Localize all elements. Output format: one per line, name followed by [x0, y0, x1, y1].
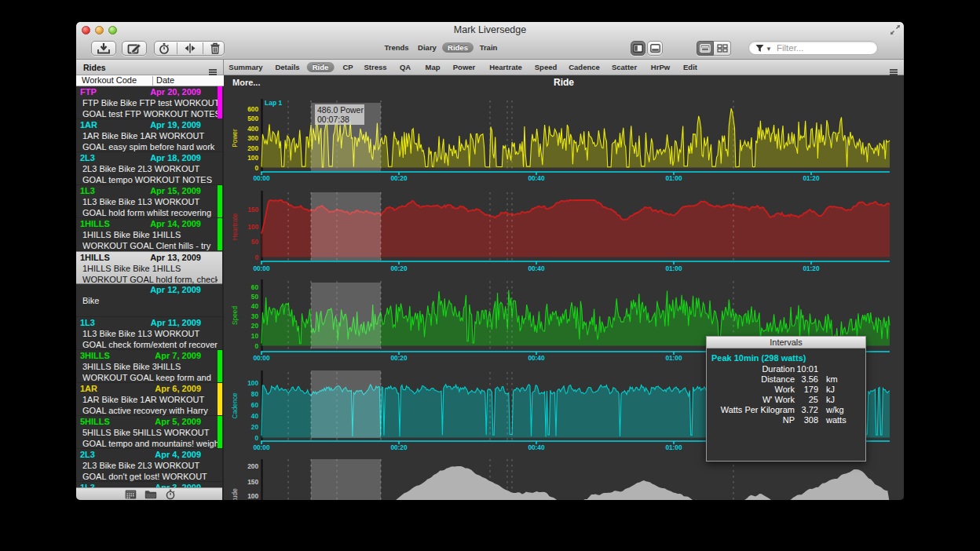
svg-text:300: 300 [247, 134, 258, 142]
svg-text:0: 0 [254, 434, 258, 442]
svg-text:150: 150 [247, 206, 258, 213]
svg-text:50: 50 [251, 238, 259, 246]
svg-text:01:00: 01:00 [665, 265, 682, 272]
svg-text:100: 100 [247, 379, 258, 387]
svg-text:Heartrate: Heartrate [231, 213, 239, 240]
svg-text:500: 500 [247, 115, 258, 122]
svg-text:40: 40 [251, 302, 259, 310]
svg-text:100: 100 [247, 492, 258, 500]
svg-text:Power: Power [231, 129, 239, 148]
svg-text:00:00: 00:00 [253, 174, 270, 182]
svg-text:00:40: 00:40 [528, 265, 545, 272]
svg-text:00:00: 00:00 [253, 265, 270, 272]
svg-text:01:20: 01:20 [803, 174, 820, 182]
svg-text:Lap 1: Lap 1 [265, 99, 282, 107]
svg-text:200: 200 [247, 462, 258, 470]
svg-text:30: 30 [251, 312, 259, 320]
svg-text:00:40: 00:40 [528, 443, 545, 451]
svg-text:00:40: 00:40 [528, 354, 545, 362]
svg-text:50: 50 [251, 293, 259, 301]
svg-text:Cadence: Cadence [231, 392, 239, 419]
svg-text:20: 20 [251, 423, 259, 431]
svg-text:00:00: 00:00 [253, 443, 270, 451]
svg-text:10: 10 [251, 332, 259, 340]
svg-text:01:20: 01:20 [803, 265, 820, 272]
svg-text:400: 400 [247, 125, 258, 133]
svg-text:Altitude: Altitude [231, 488, 239, 500]
svg-text:0: 0 [254, 164, 258, 172]
svg-text:20: 20 [251, 322, 259, 330]
svg-text:0: 0 [254, 342, 258, 350]
svg-text:100: 100 [247, 223, 258, 231]
svg-text:40: 40 [251, 412, 259, 420]
svg-text:150: 150 [247, 478, 258, 486]
svg-text:00:20: 00:20 [390, 354, 408, 362]
svg-text:01:00: 01:00 [665, 354, 682, 362]
svg-text:00:07:38: 00:07:38 [317, 115, 349, 124]
svg-text:00:40: 00:40 [528, 174, 545, 182]
svg-text:0: 0 [254, 254, 258, 261]
svg-text:60: 60 [251, 283, 259, 291]
svg-text:Speed: Speed [231, 306, 239, 325]
svg-text:01:00: 01:00 [665, 174, 682, 182]
svg-text:60: 60 [251, 401, 259, 409]
svg-text:01:00: 01:00 [665, 443, 682, 451]
svg-text:00:20: 00:20 [390, 443, 408, 451]
svg-text:00:20: 00:20 [390, 174, 408, 182]
svg-text:600: 600 [247, 105, 258, 113]
svg-text:100: 100 [247, 154, 258, 162]
svg-text:00:00: 00:00 [253, 354, 270, 362]
svg-text:486.0 Power: 486.0 Power [317, 105, 364, 115]
svg-text:00:20: 00:20 [390, 265, 408, 272]
svg-text:80: 80 [251, 390, 259, 398]
svg-text:200: 200 [247, 144, 258, 152]
